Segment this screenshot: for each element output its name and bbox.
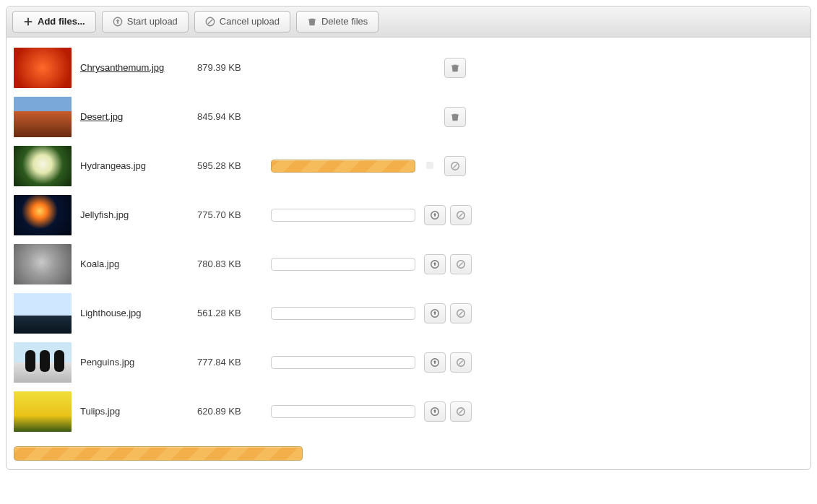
add-files-button[interactable]: Add files... (12, 11, 96, 32)
trash-icon (307, 17, 317, 27)
delete-file-button[interactable] (444, 107, 466, 127)
file-name: Lighthouse.jpg (80, 308, 189, 318)
delete-file-button[interactable] (444, 58, 466, 78)
svg-line-13 (459, 311, 462, 315)
trash-icon (450, 63, 460, 73)
cancel-upload-label: Cancel upload (220, 16, 280, 27)
svg-line-2 (208, 19, 212, 24)
svg-line-19 (459, 409, 462, 413)
file-size: 561.28 KB (197, 308, 262, 318)
trash-icon (450, 112, 460, 122)
start-file-button[interactable] (424, 303, 446, 323)
delete-files-label: Delete files (321, 16, 368, 27)
upload-circle-icon (430, 407, 440, 417)
file-name: Tulips.jpg (80, 406, 189, 417)
file-thumbnail (14, 48, 72, 88)
file-size: 620.89 KB (197, 406, 262, 417)
upload-circle-icon (430, 308, 440, 318)
file-thumbnail (14, 146, 72, 186)
file-row: Chrysanthemum.jpg 879.39 KB (14, 43, 803, 92)
start-file-button[interactable] (424, 205, 446, 225)
file-progress-bar-empty (271, 209, 415, 222)
file-row: Penguins.jpg 777.84 KB (14, 338, 803, 387)
plus-icon (23, 17, 33, 27)
start-file-button[interactable] (424, 254, 446, 274)
file-size: 777.84 KB (197, 357, 262, 368)
start-file-button[interactable] (424, 401, 446, 422)
cancel-file-button[interactable] (450, 254, 472, 274)
upload-circle-icon (113, 17, 123, 27)
file-name: Koala.jpg (80, 258, 189, 269)
file-thumbnail (14, 244, 72, 284)
total-progress-fill (14, 446, 303, 461)
svg-line-10 (459, 262, 462, 266)
upload-circle-icon (430, 210, 440, 220)
upload-circle-icon (430, 259, 440, 269)
file-name: Hydrangeas.jpg (80, 160, 189, 171)
file-row: Hydrangeas.jpg 595.28 KB (14, 142, 803, 191)
cancel-circle-icon (456, 308, 466, 318)
cancel-circle-icon (456, 407, 466, 417)
file-progress-bar (271, 160, 415, 173)
cancel-circle-icon (205, 17, 215, 27)
start-file-button[interactable] (424, 352, 446, 373)
file-name-link[interactable]: Desert.jpg (80, 111, 189, 122)
file-progress-bar-empty (271, 356, 415, 369)
cancel-circle-icon (456, 210, 466, 220)
file-thumbnail (14, 391, 72, 432)
file-thumbnail (14, 195, 72, 235)
cancel-circle-icon (450, 161, 460, 171)
svg-line-4 (453, 164, 457, 168)
file-name: Jellyfish.jpg (80, 209, 189, 220)
file-thumbnail (14, 97, 72, 137)
file-size: 780.83 KB (197, 258, 262, 269)
loading-indicator (426, 162, 433, 169)
start-upload-label: Start upload (127, 16, 178, 27)
file-row: Koala.jpg 780.83 KB (14, 240, 803, 289)
file-progress-bar-empty (271, 405, 415, 418)
file-name-link[interactable]: Chrysanthemum.jpg (80, 62, 189, 73)
file-row: Desert.jpg 845.94 KB (14, 92, 803, 142)
file-thumbnail (14, 342, 72, 383)
file-size: 775.70 KB (197, 209, 262, 220)
svg-line-7 (459, 213, 462, 217)
cancel-upload-button[interactable]: Cancel upload (194, 11, 290, 32)
file-progress-bar-empty (271, 258, 415, 271)
file-list: Chrysanthemum.jpg 879.39 KB Desert.jpg 8… (7, 38, 810, 436)
file-progress-bar-empty (271, 307, 415, 320)
file-thumbnail (14, 293, 72, 334)
cancel-file-button[interactable] (450, 352, 472, 373)
cancel-file-button[interactable] (450, 303, 472, 323)
file-size: 845.94 KB (197, 111, 262, 122)
delete-files-button[interactable]: Delete files (296, 11, 379, 32)
upload-panel: Add files... Start upload Cancel upload … (6, 6, 811, 470)
file-row: Jellyfish.jpg 775.70 KB (14, 191, 803, 240)
file-size: 595.28 KB (197, 160, 262, 171)
upload-circle-icon (430, 357, 440, 368)
toolbar: Add files... Start upload Cancel upload … (7, 6, 810, 38)
cancel-file-button[interactable] (450, 205, 472, 225)
file-row: Lighthouse.jpg 561.28 KB (14, 289, 803, 338)
cancel-circle-icon (456, 259, 466, 269)
file-row: Tulips.jpg 620.89 KB (14, 387, 803, 436)
total-progress-bar (14, 446, 303, 461)
cancel-file-button[interactable] (450, 401, 472, 422)
cancel-file-button[interactable] (444, 156, 466, 176)
start-upload-button[interactable]: Start upload (102, 11, 189, 32)
svg-line-16 (459, 360, 462, 364)
file-name: Penguins.jpg (80, 357, 189, 368)
add-files-label: Add files... (38, 16, 85, 27)
file-size: 879.39 KB (197, 62, 262, 73)
cancel-circle-icon (456, 357, 466, 368)
